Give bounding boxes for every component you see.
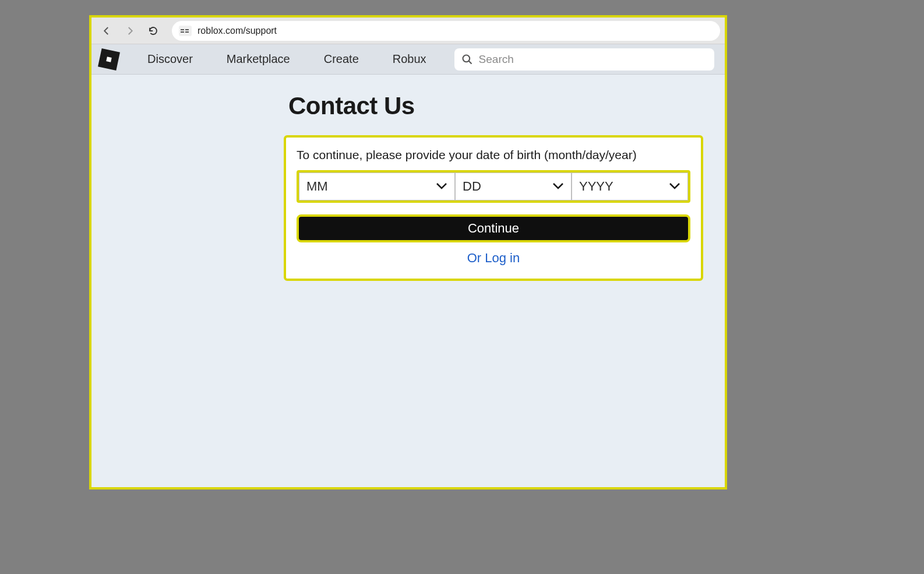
continue-button-label: Continue: [468, 221, 519, 236]
day-select[interactable]: DD: [455, 172, 572, 200]
dob-prompt-text: To continue, please provide your date of…: [297, 148, 690, 162]
search-input[interactable]: [479, 53, 707, 66]
chevron-down-icon: [669, 181, 680, 192]
search-container: [454, 48, 714, 71]
month-select-label: MM: [306, 179, 328, 194]
url-text: roblox.com/support: [198, 26, 277, 36]
continue-button[interactable]: Continue: [297, 214, 690, 242]
forward-button[interactable]: [119, 20, 140, 41]
svg-rect-0: [181, 29, 184, 30]
chevron-down-icon: [436, 181, 447, 192]
svg-line-5: [468, 61, 471, 64]
back-arrow-icon: [101, 26, 112, 36]
nav-robux[interactable]: Robux: [376, 52, 443, 66]
svg-rect-3: [185, 31, 189, 33]
nav-marketplace[interactable]: Marketplace: [210, 52, 306, 66]
svg-rect-1: [181, 31, 184, 33]
reload-button[interactable]: [143, 20, 164, 41]
login-link[interactable]: Or Log in: [297, 251, 690, 266]
address-bar[interactable]: roblox.com/support: [172, 21, 720, 41]
site-controls-icon: [179, 26, 192, 36]
page-content: Contact Us To continue, please provide y…: [91, 75, 725, 120]
page-title: Contact Us: [288, 92, 725, 120]
svg-point-4: [463, 55, 470, 62]
site-header: Discover Marketplace Create Robux: [91, 44, 725, 75]
day-select-label: DD: [463, 179, 481, 194]
year-select[interactable]: YYYY: [572, 172, 688, 200]
browser-toolbar: roblox.com/support: [91, 17, 725, 44]
roblox-logo-icon[interactable]: [98, 48, 120, 71]
browser-window: roblox.com/support Discover Marketplace …: [89, 15, 727, 490]
back-button[interactable]: [96, 20, 117, 41]
year-select-label: YYYY: [579, 179, 613, 194]
forward-arrow-icon: [125, 26, 135, 36]
dob-form-panel: To continue, please provide your date of…: [284, 135, 703, 281]
svg-rect-2: [185, 29, 189, 30]
dob-select-row: MM DD YYYY: [297, 170, 690, 203]
chevron-down-icon: [552, 181, 564, 192]
search-icon: [461, 54, 473, 65]
nav-discover[interactable]: Discover: [131, 52, 209, 66]
month-select[interactable]: MM: [299, 172, 455, 200]
nav-create[interactable]: Create: [308, 52, 375, 66]
reload-icon: [148, 26, 158, 36]
